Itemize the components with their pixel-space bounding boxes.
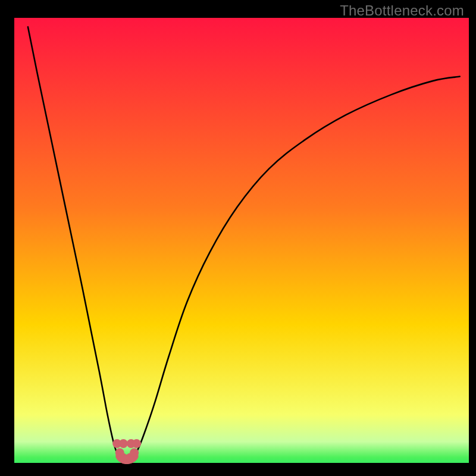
watermark-text: TheBottleneck.com: [340, 2, 464, 19]
valley-marker-dot: [130, 448, 139, 457]
bottom-black-strip: [14, 463, 469, 470]
valley-marker-dot: [119, 439, 128, 448]
bottleneck-chart: [0, 0, 476, 476]
plot-background: [14, 18, 469, 469]
valley-marker-dot: [132, 439, 141, 448]
chart-stage: TheBottleneck.com: [0, 0, 476, 476]
